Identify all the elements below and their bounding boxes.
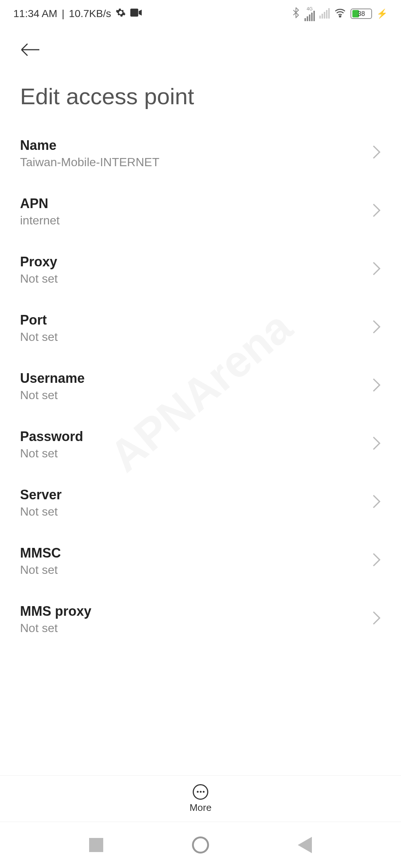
header xyxy=(0,24,401,67)
chevron-right-icon xyxy=(372,551,381,571)
camera-icon xyxy=(130,8,142,20)
setting-value: Not set xyxy=(20,330,58,344)
setting-proxy[interactable]: Proxy Not set xyxy=(0,241,401,299)
setting-value: Not set xyxy=(20,388,85,402)
setting-label: APN xyxy=(20,196,60,211)
status-data-rate: 10.7KB/s xyxy=(69,8,111,20)
more-icon xyxy=(193,784,208,800)
setting-value: Not set xyxy=(20,447,83,460)
gear-icon xyxy=(115,7,126,20)
status-bar: 11:34 AM | 10.7KB/s 4G 38 ⚡ xyxy=(0,0,401,24)
setting-label: Password xyxy=(20,429,83,444)
setting-mmsc[interactable]: MMSC Not set xyxy=(0,532,401,590)
svg-point-1 xyxy=(339,16,341,17)
setting-name[interactable]: Name Taiwan-Mobile-INTERNET xyxy=(0,124,401,183)
setting-label: Name xyxy=(20,138,159,153)
wifi-icon xyxy=(334,8,346,20)
setting-label: MMS proxy xyxy=(20,604,91,619)
setting-server[interactable]: Server Not set xyxy=(0,474,401,532)
chevron-right-icon xyxy=(372,377,381,397)
setting-username[interactable]: Username Not set xyxy=(0,357,401,415)
page-title: Edit access point xyxy=(0,67,401,124)
setting-password[interactable]: Password Not set xyxy=(0,415,401,474)
chevron-right-icon xyxy=(372,493,381,513)
chevron-right-icon xyxy=(372,318,381,338)
more-label: More xyxy=(189,802,211,813)
svg-rect-0 xyxy=(130,9,138,16)
setting-apn[interactable]: APN internet xyxy=(0,183,401,241)
nav-bar xyxy=(0,822,401,868)
status-left: 11:34 AM | 10.7KB/s xyxy=(13,7,142,20)
chevron-right-icon xyxy=(372,260,381,280)
nav-recent-button[interactable] xyxy=(89,838,103,852)
status-separator: | xyxy=(62,8,64,20)
chevron-right-icon xyxy=(372,202,381,222)
settings-list: Name Taiwan-Mobile-INTERNET APN internet… xyxy=(0,124,401,648)
back-button[interactable] xyxy=(20,39,42,61)
setting-value: Not set xyxy=(20,621,91,635)
nav-back-button[interactable] xyxy=(298,837,312,853)
charging-icon: ⚡ xyxy=(376,9,388,19)
setting-value: Not set xyxy=(20,272,58,286)
more-button[interactable]: More xyxy=(189,784,211,813)
setting-mms-proxy[interactable]: MMS proxy Not set xyxy=(0,590,401,648)
setting-value: internet xyxy=(20,214,60,227)
signal-4g: 4G xyxy=(304,6,315,21)
content: Edit access point APNArena Name Taiwan-M… xyxy=(0,24,401,759)
battery-icon: 38 xyxy=(351,9,372,19)
signal-secondary-icon xyxy=(319,9,330,19)
setting-port[interactable]: Port Not set xyxy=(0,299,401,357)
chevron-right-icon xyxy=(372,144,381,164)
chevron-right-icon xyxy=(372,435,381,455)
setting-label: Username xyxy=(20,371,85,386)
nav-home-button[interactable] xyxy=(192,836,209,854)
status-right: 4G 38 ⚡ xyxy=(292,6,388,21)
setting-label: Server xyxy=(20,487,62,503)
setting-label: Port xyxy=(20,312,58,328)
bluetooth-icon xyxy=(292,7,300,21)
bottom-toolbar: More xyxy=(0,775,401,822)
chevron-right-icon xyxy=(372,609,381,629)
setting-label: Proxy xyxy=(20,254,58,270)
status-time: 11:34 AM xyxy=(13,8,57,20)
setting-value: Not set xyxy=(20,563,61,577)
setting-value: Not set xyxy=(20,505,62,519)
setting-label: MMSC xyxy=(20,545,61,561)
setting-value: Taiwan-Mobile-INTERNET xyxy=(20,155,159,169)
